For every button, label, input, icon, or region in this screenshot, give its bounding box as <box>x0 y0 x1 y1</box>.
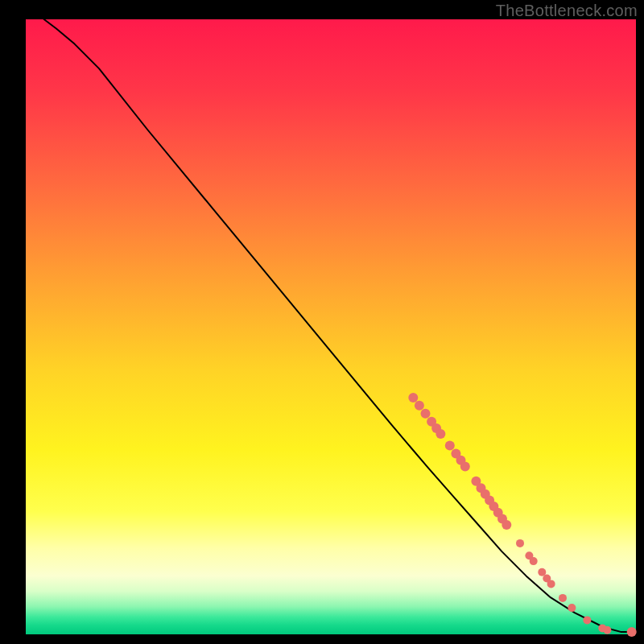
data-point <box>583 616 591 624</box>
data-point <box>627 627 637 637</box>
data-point <box>547 580 555 588</box>
data-point <box>502 520 511 530</box>
data-point <box>445 441 455 451</box>
data-point <box>603 626 611 634</box>
data-point <box>516 539 524 547</box>
data-point <box>530 557 538 565</box>
watermark-text: TheBottleneck.com <box>496 2 638 20</box>
gradient-background <box>26 19 636 634</box>
data-point <box>568 604 576 612</box>
data-point <box>408 393 418 402</box>
bottleneck-chart <box>0 0 644 644</box>
plot-area <box>26 19 637 637</box>
data-point <box>460 461 470 471</box>
data-point <box>559 594 567 602</box>
data-point <box>436 429 445 439</box>
data-point <box>421 409 431 419</box>
data-point <box>415 401 424 411</box>
chart-frame: TheBottleneck.com <box>0 0 644 644</box>
